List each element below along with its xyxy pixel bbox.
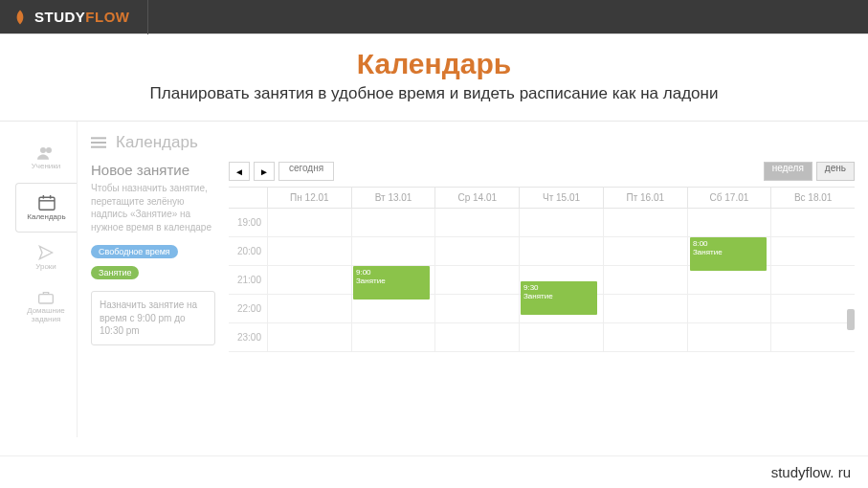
event-label: Занятие xyxy=(356,277,427,285)
topbar-divider xyxy=(147,0,148,34)
app-frame: Ученики Календарь Уроки Домашние задания… xyxy=(0,122,868,437)
pill-event[interactable]: Занятие xyxy=(91,266,139,279)
calendar: ◄ ► сегодня неделя день Пн 12.01 Вт 13.0… xyxy=(225,162,855,352)
day-header: Пн 12.01 xyxy=(267,188,351,208)
time-label: 19:00 xyxy=(229,209,267,236)
calendar-grid: Пн 12.01 Вт 13.01 Ср 14.01 Чт 15.01 Пт 1… xyxy=(229,187,855,352)
svg-point-0 xyxy=(40,147,46,153)
menu-icon[interactable] xyxy=(91,136,106,149)
calendar-event[interactable]: 9:30 Занятие xyxy=(521,281,597,315)
day-header: Ср 14.01 xyxy=(434,188,519,208)
logo[interactable]: STUDYFLOW xyxy=(11,9,130,26)
calendar-icon xyxy=(38,195,56,211)
day-header: Сб 17.01 xyxy=(687,188,771,208)
logo-text: STUDYFLOW xyxy=(34,9,130,25)
calendar-event[interactable]: 8:00 Занятие xyxy=(690,237,767,271)
logo-icon xyxy=(11,9,29,26)
briefcase-icon xyxy=(38,291,54,304)
sidebar-item-students[interactable]: Ученики xyxy=(15,133,77,183)
sidebar-item-label: Домашние задания xyxy=(15,306,77,323)
event-time: 9:30 xyxy=(523,283,594,292)
day-header: Вт 13.01 xyxy=(351,188,435,208)
topbar: STUDYFLOW xyxy=(0,0,868,34)
hero-title: Календарь xyxy=(0,48,868,80)
scrollbar[interactable] xyxy=(847,208,855,352)
hero: Календарь Планировать занятия в удобное … xyxy=(0,34,868,113)
view-day-button[interactable]: день xyxy=(816,162,855,181)
calendar-toolbar: ◄ ► сегодня неделя день xyxy=(229,162,855,181)
sidebar-item-label: Уроки xyxy=(35,262,56,271)
calendar-event[interactable]: 9:00 Занятие xyxy=(353,266,430,299)
sidebar-item-calendar[interactable]: Календарь xyxy=(15,183,77,233)
sidebar-item-lessons[interactable]: Уроки xyxy=(15,233,77,282)
time-label: 22:00 xyxy=(229,295,267,322)
new-event-title: Новое занятие xyxy=(91,162,215,178)
svg-point-1 xyxy=(46,147,52,153)
event-label: Занятие xyxy=(523,292,594,300)
content: Календарь Новое занятие Чтобы назначить … xyxy=(77,122,868,437)
hint-box: Назначить занятие на время с 9:00 pm до … xyxy=(91,291,215,345)
svg-rect-2 xyxy=(39,197,55,210)
sidebar-item-homework[interactable]: Домашние задания xyxy=(15,282,77,332)
sidebar: Ученики Календарь Уроки Домашние задания xyxy=(15,122,77,437)
scroll-thumb[interactable] xyxy=(847,309,855,330)
calendar-header-row: Пн 12.01 Вт 13.01 Ср 14.01 Чт 15.01 Пт 1… xyxy=(229,187,855,209)
day-header: Пт 16.01 xyxy=(603,188,687,208)
time-label: 20:00 xyxy=(229,237,267,265)
view-week-button[interactable]: неделя xyxy=(764,162,812,181)
pill-free-time[interactable]: Свободное время xyxy=(91,245,178,258)
calendar-rows[interactable]: 19:00 20:00 21:00 22:00 23:00 9:00 Занят… xyxy=(229,209,855,352)
prev-button[interactable]: ◄ xyxy=(229,162,250,181)
footer: studyflow. ru xyxy=(0,455,868,488)
event-time: 9:00 xyxy=(356,268,427,277)
event-time: 8:00 xyxy=(693,239,764,248)
content-header: Календарь xyxy=(91,133,855,152)
new-event-desc: Чтобы назначить занятие, перетащите зелё… xyxy=(91,182,215,233)
day-header: Вс 18.01 xyxy=(770,188,855,208)
next-button[interactable]: ► xyxy=(254,162,275,181)
send-icon xyxy=(38,245,54,260)
time-label: 23:00 xyxy=(229,323,267,351)
content-body: Новое занятие Чтобы назначить занятие, п… xyxy=(91,162,855,352)
day-header: Чт 15.01 xyxy=(519,188,603,208)
today-button[interactable]: сегодня xyxy=(278,162,334,181)
svg-rect-6 xyxy=(39,295,54,303)
event-label: Занятие xyxy=(693,248,764,256)
page-title: Календарь xyxy=(116,133,198,152)
sidebar-item-label: Ученики xyxy=(32,162,61,170)
users-icon xyxy=(37,146,55,160)
footer-link[interactable]: studyflow. ru xyxy=(771,464,851,480)
time-label: 21:00 xyxy=(229,266,267,294)
hero-subtitle: Планировать занятия в удобное время и ви… xyxy=(0,84,868,103)
left-panel: Новое занятие Чтобы назначить занятие, п… xyxy=(91,162,215,352)
sidebar-item-label: Календарь xyxy=(27,212,65,221)
